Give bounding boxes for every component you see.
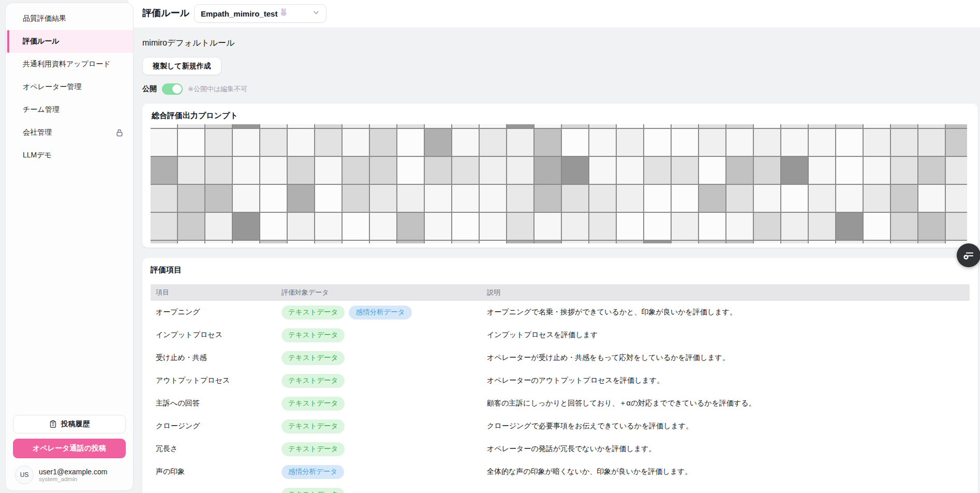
pixel-cell [809,185,835,212]
pixel-cell [891,185,917,212]
publish-note: ※公開中は編集不可 [188,84,247,94]
item-description: オペレーターのアウトプットプロセスを評価します。 [487,376,970,385]
pixel-cell [562,213,588,240]
pixel-cell [836,124,863,128]
pixel-cell [617,213,643,240]
pixel-cell [672,124,698,128]
pixel-cell [589,213,616,240]
pixel-cell [260,124,287,128]
avatar: US [15,466,34,484]
survey-icon [962,249,975,262]
pixel-cell [233,124,259,128]
pixel-cell [151,213,177,240]
tag-pill: テキストデータ [281,306,345,320]
operator-call-post-button[interactable]: オペレータ通話の投稿 [13,439,126,458]
pixel-cell [617,241,643,243]
sidebar-bottom: 投稿履歴 オペレータ通話の投稿 US user1@example.com sys… [6,410,133,490]
tag-pill: テキストデータ [281,351,345,365]
sidebar-item-3[interactable]: オペレーター管理 [6,76,133,98]
table-row-5: クロージングテキストデータクロージングで必要事項をお伝えできているかを評価します… [151,415,970,438]
lock-open-icon [115,128,124,137]
table-row-4: 主訴への回答テキストデータ顧客の主訴にしっかりと回答しており、＋αの対応まででき… [151,392,970,415]
pixel-cell [836,129,863,156]
item-tags: テキストデータ [281,374,487,388]
pixel-cell [699,213,725,240]
user-role: system_admin [39,476,108,482]
sidebar-item-label: 共通利用資料アップロード [23,60,111,69]
pixel-cell [754,241,780,243]
pixel-cell [809,124,835,128]
pixel-cell [644,129,671,156]
item-name: 受け止め・共感 [151,353,281,363]
item-tags: テキストデータ [281,442,487,456]
item-tags: テキストデータ [281,397,487,411]
pixel-cell [370,241,396,243]
pixel-cell [151,157,177,184]
pixel-cell [946,213,967,240]
sidebar-item-1[interactable]: 評価ルール [6,30,133,53]
pixel-cell [891,129,917,156]
tag-pill: テキストデータ [281,419,345,433]
pixel-cell [699,241,725,243]
operator-call-post-label: オペレータ通話の投稿 [33,444,106,453]
pixel-cell [151,129,177,156]
pixel-cell [343,129,369,156]
pixel-cell [288,185,314,212]
pixel-cell [534,157,561,184]
pixel-cell [480,157,506,184]
item-tags: 感情分析データ [281,465,487,479]
pixel-cell [946,124,967,128]
pixel-cell [397,129,424,156]
item-description: オペレーターが受け止め・共感をもって応対をしているかを評価します。 [487,353,970,363]
pixel-cell [397,185,424,212]
pixel-cell [370,185,396,212]
pixel-cell [260,241,287,243]
pixel-cell [617,124,643,128]
pixel-cell [617,157,643,184]
rule-select-dropdown[interactable]: Empath_mimiro_test [194,4,326,23]
pixel-cell [891,213,917,240]
sidebar-item-6[interactable]: LLMデモ [6,144,133,167]
pixel-cell [836,157,863,184]
sidebar-item-2[interactable]: 共通利用資料アップロード [6,53,133,76]
pixel-cell [260,157,287,184]
pixel-cell [233,241,259,243]
feedback-widget-button[interactable] [957,243,980,267]
item-tags: テキストデータ [281,351,487,365]
pixel-cell [589,124,616,128]
duplicate-create-button[interactable]: 複製して新規作成 [142,57,221,75]
publish-toggle[interactable] [162,83,183,95]
overall-prompt-title: 総合評価出力プロンプト [152,111,969,121]
pixel-cell [233,129,259,156]
item-name: インプットプロセス [151,330,281,340]
pixel-cell [809,157,835,184]
pixel-cell [178,129,204,156]
rule-name: mimiroデフォルトルール [142,38,235,49]
pixel-cell [260,185,287,212]
pixel-cell [589,185,616,212]
pixel-cell [370,213,396,240]
sidebar-item-5[interactable]: 会社管理 [6,121,133,144]
pixel-cell [672,129,698,156]
pixel-cell [151,241,177,243]
redacted-prompt-preview [151,124,967,243]
pixel-cell [754,185,780,212]
pixel-cell [699,124,725,128]
pixel-cell [891,124,917,128]
pixel-cell [260,129,287,156]
tag-pill: テキストデータ [281,397,345,411]
sidebar-item-label: 品質評価結果 [23,14,66,23]
sidebar-item-4[interactable]: チーム管理 [6,98,133,121]
sidebar-item-label: オペレーター管理 [23,82,81,92]
pixel-cell [425,241,451,243]
item-description: オープニングで名乗・挨拶ができているかと、印象が良いかを評価します。 [487,308,970,317]
post-history-button[interactable]: 投稿履歴 [13,415,126,433]
item-name: 冗長さ [151,444,281,454]
sidebar-item-0[interactable]: 品質評価結果 [6,7,133,30]
pixel-cell [562,157,588,184]
pixel-cell [809,129,835,156]
pixel-cell [507,213,533,240]
pixel-cell [205,185,232,212]
table-row-0: オープニングテキストデータ感情分析データオープニングで名乗・挨拶ができているかと… [151,301,970,324]
pixel-cell [754,124,780,128]
